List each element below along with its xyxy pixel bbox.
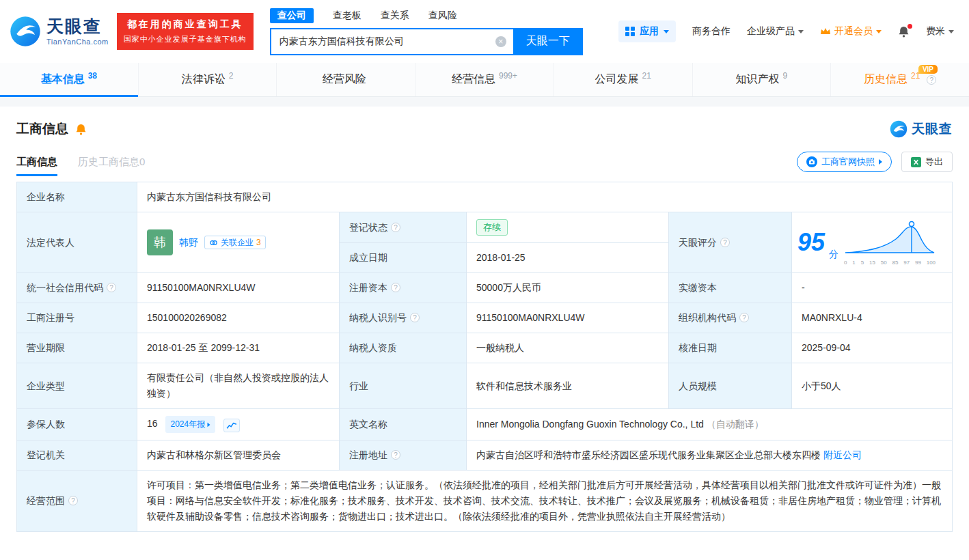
username: 费米: [926, 25, 945, 38]
clear-search-icon[interactable]: ×: [495, 36, 506, 47]
help-icon[interactable]: [410, 313, 420, 322]
user-menu[interactable]: 费米: [926, 25, 954, 38]
official-snapshot-button[interactable]: 工商官网快照: [797, 152, 892, 172]
help-icon[interactable]: [720, 238, 730, 247]
help-icon[interactable]: [927, 75, 936, 85]
field-label: 法定代表人: [17, 212, 137, 273]
address-value: 内蒙古自治区呼和浩特市盛乐经济园区盛乐现代服务业集聚区企业总部大楼东四楼: [476, 449, 821, 460]
auto-translate-note: （自动翻译）: [707, 419, 764, 430]
subscribe-bell-button[interactable]: [75, 124, 87, 135]
table-row: 企业名称 内蒙古东方国信科技有限公司: [17, 182, 953, 212]
registry-value: 内蒙古和林格尔新区管理委员会: [137, 440, 340, 471]
search-tab-risk[interactable]: 查风险: [428, 10, 457, 22]
english-name-value: Inner Mongolia Dongfang Guoxin Technolog…: [476, 419, 704, 430]
notifications-button[interactable]: [898, 26, 910, 38]
score-distribution-chart: 0 1 5 15 50 85 97 99 100: [843, 220, 937, 266]
related-companies-count: 3: [256, 235, 261, 251]
business-info-table: 企业名称 内蒙古东方国信科技有限公司 法定代表人 韩 韩野 关联企业 3: [16, 182, 953, 532]
bell-icon: [75, 124, 87, 135]
subtab-history-business-info[interactable]: 历史工商信息0: [78, 156, 145, 176]
vip-upgrade-menu[interactable]: 开通会员: [820, 25, 882, 38]
industry-value: 软件和信息技术服务业: [467, 363, 669, 409]
table-row: 统一社会信用代码 91150100MA0NRXLU4W 注册资本 50000万人…: [17, 273, 953, 303]
annual-report-label: 2024年报: [170, 417, 205, 432]
search-button[interactable]: 天眼一下: [513, 28, 583, 55]
enterprise-product-label: 企业级产品: [747, 25, 795, 38]
help-icon[interactable]: [391, 450, 400, 460]
tick-label: 0: [844, 260, 847, 266]
search-tab-relation[interactable]: 查关系: [381, 10, 409, 22]
score-marker: [910, 221, 914, 226]
chevron-down-icon: [948, 30, 954, 33]
field-label: 实缴资本: [669, 273, 792, 303]
tab-business-info[interactable]: 经营信息 999+: [415, 63, 554, 96]
legal-rep-cell: 韩 韩野 关联企业 3: [137, 212, 340, 273]
field-label: 参保人数: [17, 409, 137, 440]
nearby-companies-link[interactable]: 附近公司: [823, 449, 862, 460]
business-cooperation-link[interactable]: 商务合作: [692, 25, 731, 38]
help-icon[interactable]: [739, 313, 749, 322]
tab-count: 38: [88, 71, 97, 81]
help-icon[interactable]: [68, 496, 78, 505]
english-name-cell: Inner Mongolia Dongfang Guoxin Technolog…: [467, 409, 953, 440]
address-cell: 内蒙古自治区呼和浩特市盛乐经济园区盛乐现代服务业集聚区企业总部大楼东四楼 附近公…: [467, 440, 953, 471]
status-badge: 存续: [476, 219, 508, 236]
tick-label: 99: [915, 260, 921, 266]
vip-badge: VIP: [918, 65, 938, 74]
related-companies-label: 关联企业: [221, 235, 254, 251]
related-companies-badge[interactable]: 关联企业 3: [204, 236, 266, 249]
tab-operating-risk[interactable]: 经营风险: [276, 63, 415, 96]
tick-label: 1: [852, 260, 855, 266]
field-label: 纳税人识别号: [340, 303, 467, 333]
camera-icon: [806, 156, 817, 167]
field-label: 登记状态: [340, 212, 467, 243]
paid-capital-value: -: [792, 273, 953, 303]
company-type-value: 有限责任公司（非自然人投资或控股的法人独资）: [137, 363, 340, 409]
arrow-right-icon: [208, 422, 210, 426]
search-tab-boss[interactable]: 查老板: [333, 10, 361, 22]
tab-count: 9: [783, 71, 788, 81]
tab-history-info[interactable]: VIP 历史信息 21: [830, 63, 969, 96]
search-input[interactable]: [270, 28, 513, 55]
slogan-banner: 都在用的商业查询工具 国家中小企业发展子基金旗下机构: [117, 13, 254, 50]
subtab-current-business-info[interactable]: 工商信息: [16, 156, 57, 176]
tab-label: 经营信息: [452, 72, 495, 87]
export-button[interactable]: 导出: [901, 152, 953, 172]
table-row: 企业类型 有限责任公司（非自然人投资或控股的法人独资） 行业 软件和信息技术服务…: [17, 363, 953, 409]
business-scope-value: 许可项目：第一类增值电信业务；第二类增值电信业务；认证服务。（依法须经批准的项目…: [137, 471, 953, 532]
field-label: 行业: [340, 363, 467, 409]
search-tab-company[interactable]: 查公司: [270, 8, 314, 23]
field-label-text: 注册地址: [349, 449, 387, 460]
field-label: 注册资本: [340, 273, 467, 303]
enterprise-product-menu[interactable]: 企业级产品: [747, 25, 804, 38]
help-icon[interactable]: [107, 283, 116, 292]
notification-dot: [907, 24, 912, 29]
apps-menu[interactable]: 应用: [618, 20, 676, 42]
tab-company-development[interactable]: 公司发展 21: [554, 63, 692, 96]
registration-number-value: 150100020269082: [137, 303, 340, 333]
tianyancha-logo[interactable]: 天眼查 TianYanCha.com: [10, 16, 109, 47]
vip-label: 开通会员: [834, 25, 873, 38]
field-label: 统一社会信用代码: [17, 273, 137, 303]
table-row: 工商注册号 150100020269082 纳税人识别号 91150100MA0…: [17, 303, 953, 333]
help-icon[interactable]: [391, 223, 400, 232]
help-icon[interactable]: [391, 283, 400, 292]
header: 天眼查 TianYanCha.com 都在用的商业查询工具 国家中小企业发展子基…: [0, 0, 969, 63]
table-row: 参保人数 16 2024年报 英文名称 Inner Mongolia Dongf…: [17, 409, 953, 440]
logo-name: 天眼查: [46, 17, 109, 36]
field-label: 组织机构代码: [669, 303, 792, 333]
tianyan-score-cell[interactable]: 95 分 0 1 5 15 50: [792, 212, 953, 273]
field-label: 注册地址: [340, 440, 467, 471]
field-label-text: 登记状态: [349, 222, 387, 233]
tab-intellectual-property[interactable]: 知识产权 9: [692, 63, 831, 96]
annual-report-badge[interactable]: 2024年报: [165, 416, 215, 433]
field-label: 核准日期: [669, 333, 792, 363]
tab-legal-proceedings[interactable]: 法律诉讼 2: [138, 63, 277, 96]
excel-icon: [911, 157, 921, 167]
avatar[interactable]: 韩: [147, 229, 173, 255]
legal-rep-name-link[interactable]: 韩野: [179, 235, 198, 251]
table-row: 登记机关 内蒙古和林格尔新区管理委员会 注册地址 内蒙古自治区呼和浩特市盛乐经济…: [17, 440, 953, 471]
grid-icon: [625, 27, 635, 36]
tab-basic-info[interactable]: 基本信息 38: [0, 63, 138, 96]
insured-trend-button[interactable]: [223, 419, 240, 432]
